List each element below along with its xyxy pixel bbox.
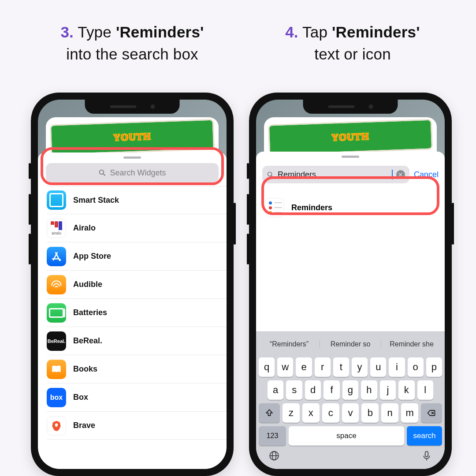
key-a[interactable]: a (268, 380, 283, 400)
suggestion-bar: “Reminders” Reminder so Reminder she (259, 335, 442, 354)
key-z[interactable]: z (283, 403, 300, 423)
key-h[interactable]: h (361, 380, 377, 400)
phone-left: YOUTH Search Widgets Smart Stack (31, 93, 234, 476)
step4-bold: 'Reminders' (332, 23, 420, 41)
widget-label: Brave (73, 421, 95, 430)
suggestion[interactable]: Reminder she (381, 340, 442, 348)
key-p[interactable]: p (426, 357, 442, 377)
key-e[interactable]: e (296, 357, 312, 377)
key-i[interactable]: i (389, 357, 405, 377)
widget-row-bereal[interactable]: BeReal. BeReal. (47, 327, 227, 355)
backspace-key[interactable] (421, 403, 442, 423)
svg-point-5 (60, 259, 60, 260)
smart-stack-icon (47, 190, 66, 210)
key-m[interactable]: m (401, 403, 418, 423)
instruction-step-3: 3. Type 'Reminders' into the search box (26, 21, 238, 65)
widget-row-app-store[interactable]: App Store (47, 242, 227, 271)
search-placeholder: Search Widgets (110, 168, 166, 178)
widget-label: Smart Stack (73, 196, 119, 205)
books-icon (47, 360, 66, 379)
key-n[interactable]: n (381, 403, 398, 423)
widgets-list[interactable]: Smart Stack airalo Airalo App Store (38, 186, 227, 440)
space-key[interactable]: space (289, 426, 404, 446)
key-b[interactable]: b (361, 403, 379, 423)
reminders-icon (265, 198, 284, 217)
suggestion[interactable]: “Reminders” (259, 340, 320, 348)
search-widgets-field[interactable]: Reminders ✕ (262, 166, 409, 183)
step4-text-a: Tap (302, 23, 332, 41)
key-g[interactable]: g (342, 380, 358, 400)
key-l[interactable]: l (417, 380, 433, 400)
wallpaper-banner: YOUTH (50, 119, 215, 156)
key-c[interactable]: c (322, 403, 339, 423)
search-icon (98, 169, 106, 177)
volume-down (29, 234, 31, 264)
search-widgets-field[interactable]: Search Widgets (46, 163, 219, 182)
app-store-icon (47, 247, 66, 266)
widget-picker-sheet: Reminders ✕ Cancel Reminders (256, 152, 445, 469)
key-o[interactable]: o (408, 357, 424, 377)
power-button (452, 203, 454, 245)
key-u[interactable]: u (370, 357, 386, 377)
step3-text-b: into the search box (66, 45, 198, 63)
airalo-icon: airalo (47, 219, 66, 238)
widget-row-box[interactable]: box Box (47, 383, 227, 412)
key-d[interactable]: d (305, 380, 321, 400)
box-icon: box (47, 388, 66, 407)
step3-bold: 'Reminders' (116, 23, 204, 41)
suggestion[interactable]: Reminder so (320, 340, 381, 348)
result-label: Reminders (291, 203, 332, 212)
step4-text-b: text or icon (314, 45, 391, 63)
cancel-button[interactable]: Cancel (414, 170, 439, 179)
clear-search-icon[interactable]: ✕ (396, 170, 405, 179)
widget-label: Books (73, 364, 97, 374)
key-y[interactable]: y (352, 357, 368, 377)
power-button (234, 203, 236, 245)
widget-label: BeReal. (73, 336, 102, 346)
svg-point-6 (268, 172, 271, 176)
svg-rect-13 (425, 451, 428, 457)
key-k[interactable]: k (398, 380, 414, 400)
widget-row-smart-stack[interactable]: Smart Stack (47, 186, 227, 214)
key-w[interactable]: w (277, 357, 293, 377)
widget-label: Batteries (73, 308, 107, 317)
instruction-step-4: 4. Tap 'Reminders' text or icon (247, 21, 458, 65)
key-f[interactable]: f (324, 380, 339, 400)
widget-row-brave[interactable]: Brave (47, 412, 227, 440)
volume-up (247, 194, 249, 225)
audible-icon (47, 275, 66, 294)
key-s[interactable]: s (286, 380, 302, 400)
key-x[interactable]: x (302, 403, 320, 423)
widget-label: Audible (73, 280, 102, 289)
search-key[interactable]: search (407, 426, 442, 446)
widget-row-books[interactable]: Books (47, 355, 227, 383)
numbers-key[interactable]: 123 (259, 426, 286, 446)
sheet-grabber[interactable] (342, 156, 359, 158)
search-value: Reminders (278, 170, 388, 179)
key-q[interactable]: q (259, 357, 275, 377)
widget-picker-sheet: Search Widgets Smart Stack airalo Airalo (38, 152, 227, 469)
mic-icon[interactable] (421, 450, 432, 461)
globe-icon[interactable] (268, 450, 280, 461)
key-t[interactable]: t (333, 357, 349, 377)
key-v[interactable]: v (342, 403, 359, 423)
widget-row-batteries[interactable]: Batteries (47, 299, 227, 327)
wallpaper-banner: YOUTH (268, 119, 433, 156)
search-result-reminders[interactable]: Reminders (265, 194, 438, 221)
batteries-icon (47, 303, 66, 323)
volume-down (247, 234, 249, 264)
widget-row-airalo[interactable]: airalo Airalo (47, 214, 227, 242)
widget-label: Airalo (73, 223, 96, 233)
brave-icon (47, 416, 66, 435)
shift-key[interactable] (259, 403, 280, 423)
sheet-grabber[interactable] (123, 156, 141, 159)
notch (85, 100, 180, 114)
silence-switch (247, 163, 249, 179)
bereal-icon: BeReal. (47, 331, 66, 351)
silence-switch (29, 163, 31, 179)
key-r[interactable]: r (315, 357, 331, 377)
keyboard: “Reminders” Reminder so Reminder she qwe… (256, 331, 445, 469)
widget-row-audible[interactable]: Audible (47, 271, 227, 299)
notch (303, 100, 398, 114)
key-j[interactable]: j (380, 380, 396, 400)
